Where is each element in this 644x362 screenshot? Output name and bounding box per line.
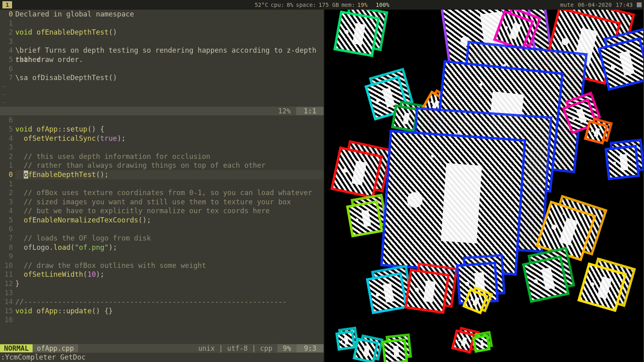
line-number: 4 [0, 46, 13, 55]
opengl-preview-window[interactable] [324, 10, 643, 362]
code-line[interactable]: ofEnableNormalizedTexCoords(); [15, 216, 324, 225]
code-line[interactable]: void ofApp::setup() { [15, 125, 324, 134]
code-line[interactable]: ofLogo.load("of.png"); [15, 243, 324, 252]
line-number: 9 [0, 252, 13, 261]
code-line[interactable] [15, 37, 324, 46]
line-number: 3 [0, 143, 13, 152]
rendered-cube [577, 262, 627, 312]
line-number: 2 [0, 188, 13, 197]
line-number: 11 [0, 270, 13, 279]
rendered-cube [382, 338, 408, 362]
line-number: 4 [0, 134, 13, 143]
line-number: 13 [0, 288, 13, 298]
line-number: 12 [0, 279, 13, 288]
code-line[interactable]: \sa ofDisableDepthTest() [15, 73, 324, 82]
line-number: 5 [0, 55, 13, 64]
line-number: 6 [0, 115, 13, 125]
command-line[interactable]: :YcmCompleter GetDoc [0, 353, 324, 362]
code-line[interactable]: void ofApp::update() {} [15, 306, 324, 316]
code-line[interactable]: // rather than always drawing things on … [15, 161, 324, 170]
rendered-cube [522, 255, 570, 303]
code-line[interactable]: // draw the ofBox outlines with some wei… [15, 261, 324, 270]
code-line[interactable]: // sized images you want and still use t… [15, 197, 324, 207]
code-line[interactable]: // this uses depth information for occlu… [15, 152, 324, 161]
rendered-cube [405, 269, 450, 314]
doc-preview-pane[interactable]: 01234567 Declared in global namespace vo… [0, 10, 324, 115]
space-label: space: [296, 2, 316, 8]
line-number: 5 [0, 216, 13, 225]
code-line[interactable]: } [15, 279, 324, 288]
line-number: 14 [0, 297, 13, 306]
space-value: 175 GB [319, 2, 339, 8]
encoding-info: unix | utf-8 | cpp [198, 344, 277, 352]
line-number: 8 [0, 243, 13, 252]
main-statusline: NORMAL ofApp.cpp unix | utf-8 | cpp 9% 9… [0, 344, 324, 353]
workspace-tab[interactable]: 1 [2, 1, 12, 8]
rendered-cube [335, 330, 356, 351]
code-line[interactable] [15, 315, 324, 325]
line-number: 1 [0, 19, 13, 28]
date-indicator: 06-04-2020 [578, 2, 612, 8]
rendered-cube [366, 272, 408, 314]
top-status-bar: 1 52°C cpu: 8% space: 175 GB mem: 19% 10… [0, 0, 644, 10]
code-editor-pane[interactable]: 654321012345678910111213141516 void ofAp… [0, 115, 324, 362]
doc-pane-position: 1:1 [296, 107, 324, 115]
tray-icon[interactable] [637, 2, 642, 7]
line-number: 2 [0, 28, 13, 37]
code-line[interactable]: \brief Turns on depth testing so renderi… [15, 46, 324, 55]
rendered-cube [605, 145, 640, 180]
cursor-position: 9:3 [297, 344, 324, 352]
code-line[interactable]: than draw order. [15, 55, 324, 64]
code-line[interactable] [15, 288, 324, 298]
rendered-cube [451, 329, 476, 354]
line-number: 3 [0, 37, 13, 46]
line-number: 7 [0, 73, 13, 82]
line-number: 5 [0, 125, 13, 134]
battery-value: 100% [376, 2, 390, 8]
code-line[interactable]: ofEnableDepthTest(); [15, 170, 324, 179]
line-number: 4 [0, 206, 13, 216]
mem-label: mem: [341, 2, 355, 8]
code-line[interactable] [15, 179, 324, 189]
line-number: 15 [0, 306, 13, 316]
rendered-cube [353, 337, 379, 362]
cpu-label: cpu: [270, 2, 284, 8]
line-number: 1 [0, 161, 13, 170]
rendered-cube [330, 146, 383, 199]
doc-pane-percent: 12% [272, 107, 297, 115]
code-line[interactable]: // ofBox uses texture coordinates from 0… [15, 188, 324, 197]
code-line[interactable] [15, 19, 324, 28]
line-number: 2 [0, 152, 13, 161]
filename: ofApp.cpp [33, 344, 78, 352]
temp-indicator: 52°C [255, 2, 268, 8]
code-line[interactable]: ofSetVerticalSync(true); [15, 134, 324, 143]
rendered-cube [472, 334, 491, 353]
rendered-cube [346, 200, 384, 238]
mute-indicator: mute [560, 2, 574, 8]
rendered-cube [380, 130, 526, 276]
line-number: 0 [0, 10, 13, 19]
line-number: 7 [0, 234, 13, 243]
line-number: 3 [0, 197, 13, 207]
code-line[interactable]: // but we have to explicitly normalize o… [15, 206, 324, 216]
editor-panel[interactable]: 01234567 Declared in global namespace vo… [0, 10, 324, 362]
line-number: 0 [0, 170, 13, 179]
code-line[interactable]: //--------------------------------------… [15, 297, 324, 306]
code-line[interactable] [15, 252, 324, 261]
code-line[interactable] [15, 224, 324, 234]
line-number: 1 [0, 179, 13, 189]
code-line[interactable]: Declared in global namespace [15, 10, 324, 19]
code-line[interactable]: // loads the OF logo from disk [15, 234, 324, 243]
code-line[interactable] [15, 64, 324, 74]
mem-value: 19% [357, 2, 367, 8]
code-line[interactable] [15, 115, 324, 125]
code-line[interactable]: void ofEnableDepthTest() [15, 28, 324, 37]
line-number: 16 [0, 315, 13, 325]
code-line[interactable]: ofSetLineWidth(10); [15, 270, 324, 279]
file-percent: 9% [277, 344, 297, 352]
line-number: 10 [0, 261, 13, 270]
code-line[interactable] [15, 143, 324, 152]
line-number: 6 [0, 64, 13, 74]
line-number: 6 [0, 224, 13, 234]
rendered-cube [333, 10, 380, 57]
